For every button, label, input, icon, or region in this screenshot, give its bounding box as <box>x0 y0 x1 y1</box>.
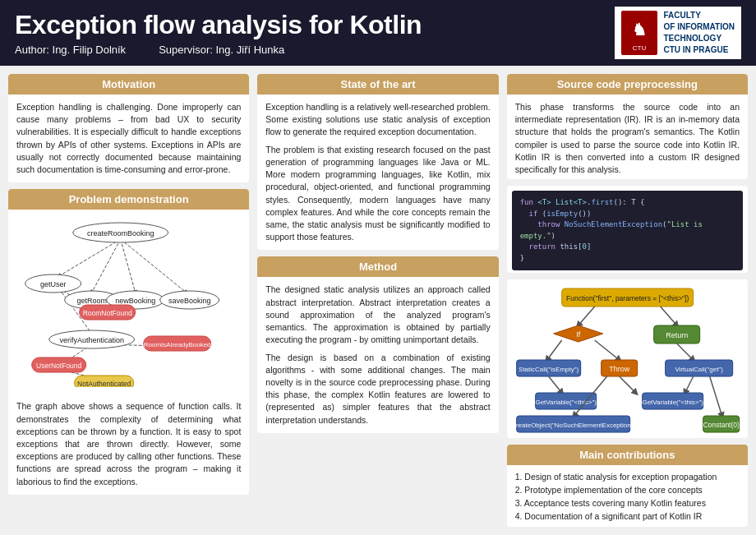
svg-line-34 <box>578 307 594 325</box>
header: Exception flow analysis for Kotlin Autho… <box>0 0 756 66</box>
problem-demo-caption: The graph above shows a sequence of func… <box>8 394 249 495</box>
problem-demo-section: Problem demonstration <box>8 189 249 495</box>
method-para1: The designed static analysis utilizes an… <box>265 284 490 346</box>
svg-line-42 <box>676 344 693 360</box>
method-body: The designed static analysis utilizes an… <box>257 277 498 432</box>
method-section: Method The designed static analysis util… <box>257 256 498 432</box>
state-of-art-heading: State of the art <box>257 74 498 95</box>
column-1: Motivation Exception handling is challen… <box>8 74 249 527</box>
source-preprocessing-heading: Source code preprocessing <box>507 74 748 95</box>
motivation-section: Motivation Exception handling is challen… <box>8 74 249 182</box>
column-2: State of the art Exception handling is a… <box>257 74 498 527</box>
svg-text:If: If <box>576 330 581 339</box>
motivation-body: Exception handling is challenging. Done … <box>8 95 249 182</box>
state-para1: Exception handling is a relatively well-… <box>265 101 490 139</box>
svg-line-4 <box>92 239 121 293</box>
svg-text:Constant(0): Constant(0) <box>703 421 740 429</box>
logo-text: FACULTYOF INFORMATIONTECHNOLOGYCTU IN PR… <box>664 10 735 56</box>
svg-text:Return: Return <box>666 331 688 339</box>
svg-line-5 <box>121 239 136 293</box>
svg-text:NotAuthenticated: NotAuthenticated <box>77 380 131 387</box>
state-of-art-body: Exception handling is a relatively well-… <box>257 95 498 250</box>
code-block-section: fun <T> List<T>.first(): T { if (isEmpty… <box>507 186 748 273</box>
source-preprocessing-body: This phase transforms the source code in… <box>507 95 748 179</box>
kotlin-code: fun <T> List<T>.first(): T { if (isEmpty… <box>512 191 743 270</box>
svg-text:verifyAuthentication: verifyAuthentication <box>59 336 124 344</box>
svg-line-6 <box>121 239 187 293</box>
svg-text:VirtualCall("get"): VirtualCall("get") <box>675 366 723 373</box>
svg-line-50 <box>685 376 693 393</box>
graph-area: createRoomBooking getUser getRoom newBoo… <box>8 210 249 394</box>
ir-diagram-section: Function("first", parameters = ["<this>"… <box>507 279 748 438</box>
svg-line-51 <box>548 376 561 393</box>
ctu-emblem: ♞ CTU <box>621 11 657 55</box>
svg-text:getRoom: getRoom <box>76 297 107 305</box>
main-contributions-section: Main contributions 1. Design of static a… <box>507 445 748 527</box>
svg-text:RoomIsAlreadyBooked: RoomIsAlreadyBooked <box>144 341 211 348</box>
method-para2: The design is based on a combination of … <box>265 352 490 427</box>
svg-line-3 <box>59 239 121 276</box>
author-label: Author: Ing. Filip Dolník <box>15 44 126 56</box>
call-graph-svg: createRoomBooking getUser getRoom newBoo… <box>13 214 244 387</box>
motivation-heading: Motivation <box>8 74 249 95</box>
problem-demo-heading: Problem demonstration <box>8 189 249 210</box>
svg-line-41 <box>594 340 619 360</box>
svg-text:StaticCall("isEmpty"): StaticCall("isEmpty") <box>519 366 579 373</box>
contributions-list: 1. Design of static analysis for excepti… <box>507 465 748 527</box>
svg-line-49 <box>619 376 635 393</box>
svg-text:Throw: Throw <box>609 365 630 373</box>
svg-text:getUser: getUser <box>40 280 67 288</box>
svg-text:CreateObject("NoSuchElementExc: CreateObject("NoSuchElementException") <box>512 422 636 429</box>
ir-svg: Function("first", parameters = ["<this>"… <box>512 284 743 436</box>
svg-text:Function("first", parameters =: Function("first", parameters = ["<this>"… <box>566 294 689 302</box>
contribution-item-3: 3. Acceptance tests covering many Kotlin… <box>515 496 740 510</box>
method-heading: Method <box>257 256 498 277</box>
supervisor-label: Supervisor: Ing. Jiří Hunka <box>159 44 284 56</box>
ir-diagram: Function("first", parameters = ["<this>"… <box>512 284 743 438</box>
contribution-item-1: 1. Design of static analysis for excepti… <box>515 470 740 483</box>
svg-line-57 <box>709 376 721 416</box>
main-content: Motivation Exception handling is challen… <box>0 66 756 535</box>
state-para2: The problem is that existing research fo… <box>265 144 490 244</box>
svg-text:createRoomBooking: createRoomBooking <box>87 229 154 238</box>
state-of-art-section: State of the art Exception handling is a… <box>257 74 498 250</box>
contribution-item-4: 4. Documentation of a significant part o… <box>515 510 740 523</box>
svg-text:UserNotFound: UserNotFound <box>36 362 82 370</box>
svg-text:saveBooking: saveBooking <box>168 297 211 305</box>
column-3: Source code preprocessing This phase tra… <box>507 74 748 527</box>
main-contributions-heading: Main contributions <box>507 445 748 465</box>
svg-text:CTU: CTU <box>632 44 646 52</box>
svg-text:RoomNotFound: RoomNotFound <box>83 309 132 317</box>
svg-line-40 <box>546 340 561 360</box>
svg-text:GetVariable("<this>"): GetVariable("<this>") <box>642 399 703 406</box>
contribution-item-2: 2. Prototype implementation of the core … <box>515 483 740 496</box>
source-preprocessing-section: Source code preprocessing This phase tra… <box>507 74 748 179</box>
page-title: Exception flow analysis for Kotlin <box>15 10 615 40</box>
svg-text:newBooking: newBooking <box>115 297 155 305</box>
university-logo: ♞ CTU FACULTYOF INFORMATIONTECHNOLOGYCTU… <box>615 7 741 59</box>
svg-text:♞: ♞ <box>632 21 647 39</box>
svg-line-35 <box>660 307 676 325</box>
